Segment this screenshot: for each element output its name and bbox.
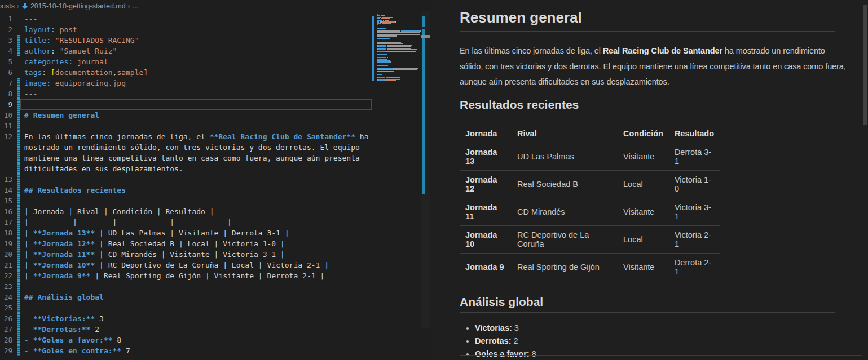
line-number[interactable]: 5: [0, 56, 12, 67]
code-line[interactable]: ---: [24, 88, 37, 99]
code-line[interactable]: mantiene una línea competitiva tanto en …: [24, 153, 360, 163]
text: ha mostrado un rendimiento: [722, 46, 825, 55]
minimap-token: [378, 48, 386, 49]
gutter-modified-indicator: [17, 121, 20, 131]
code-token: |: [24, 261, 33, 269]
table-row: Jornada 12Real Sociedad BLocalVictoria 1…: [460, 170, 720, 198]
code-token: :: [51, 47, 60, 55]
minimap-line: [377, 42, 402, 43]
line-number[interactable]: 15: [0, 195, 12, 206]
scrollbar-thumb[interactable]: [421, 35, 430, 38]
code-token: title: [24, 36, 46, 45]
code-line[interactable]: mostrado un rendimiento sólido, con tres…: [24, 142, 360, 153]
breadcrumb-item-filename[interactable]: 2015-10-10-getting-started.md: [30, 2, 126, 10]
code-token: -: [24, 325, 33, 334]
minimap[interactable]: [372, 14, 421, 98]
line-number[interactable]: 9: [0, 99, 12, 110]
line-number[interactable]: 4: [0, 46, 12, 56]
line-number[interactable]: 28: [0, 335, 12, 345]
breadcrumb: posts › 2015-10-10-getting-started.md › …: [0, 0, 431, 12]
minimap-line: [377, 43, 404, 44]
table-cell: Jornada 11: [460, 198, 512, 225]
code-token: **Goles en contra:**: [33, 346, 122, 355]
minimap-token: [387, 57, 388, 58]
line-number[interactable]: 26: [0, 313, 12, 324]
code-line[interactable]: | **Jornada 10** | RC Deportivo de La Co…: [24, 260, 329, 270]
line-number[interactable]: 22: [0, 270, 12, 281]
line-number[interactable]: 29: [0, 345, 12, 356]
code-line[interactable]: | **Jornada 13** | UD Las Palmas | Visit…: [24, 228, 289, 238]
code-line[interactable]: ---: [24, 14, 37, 24]
code-line[interactable]: author: "Samuel Ruiz": [24, 46, 117, 56]
gutter-modified-indicator: [17, 110, 20, 121]
line-number[interactable]: 7: [0, 78, 12, 88]
code-line[interactable]: En las últimas cinco jornadas de liga, e…: [24, 131, 369, 142]
line-number[interactable]: 24: [0, 292, 12, 303]
code-line[interactable]: title: "RESULTADOS RACING": [24, 35, 139, 46]
code-line[interactable]: | **Jornada 12** | Real Sociedad B | Loc…: [24, 238, 285, 249]
code-token: **Victorias:**: [33, 314, 95, 323]
code-line[interactable]: | Jornada | Rival | Condición | Resultad…: [24, 206, 214, 217]
minimap-token: [377, 49, 378, 50]
gutter-modified-indicator: [17, 260, 20, 270]
preview-scrollbar-thumb[interactable]: [863, 5, 867, 125]
table-cell: Real Sporting de Gijón: [512, 253, 618, 281]
code-line[interactable]: # Resumen general: [24, 110, 99, 121]
minimap-token: [390, 61, 391, 63]
code-line[interactable]: categories: journal: [24, 56, 108, 67]
code-line[interactable]: - **Victorias:** 3: [24, 313, 104, 324]
minimap-token: [377, 34, 420, 35]
code-line[interactable]: - **Goles en contra:** 7: [24, 345, 130, 356]
line-number[interactable]: 18: [0, 228, 12, 238]
code-line[interactable]: |----------|--------|------------|------…: [24, 217, 232, 228]
minimap-token: [378, 77, 385, 78]
minimap-line: [377, 14, 379, 15]
table-cell: Victoria 3-1: [669, 198, 720, 225]
code-line[interactable]: tags: [documentation,sample]: [24, 67, 148, 78]
code-line[interactable]: | **Jornada 9** | Real Sporting de Gijón…: [24, 270, 324, 281]
line-number[interactable]: 12: [0, 131, 12, 142]
minimap-token: [393, 68, 418, 69]
code-line[interactable]: layout: post: [24, 24, 77, 35]
code-line[interactable]: image: equiporacing.jpg: [24, 78, 126, 88]
line-number[interactable]: 1: [0, 14, 12, 24]
line-number[interactable]: 10: [0, 110, 12, 121]
code-token: 7: [121, 346, 130, 355]
line-number[interactable]: 11: [0, 121, 12, 131]
code-token: -: [24, 336, 33, 344]
table-header-cell: Resultado: [669, 125, 720, 143]
line-number[interactable]: 16: [0, 206, 12, 217]
line-number[interactable]: 25: [0, 303, 12, 313]
minimap-token: [377, 69, 417, 70]
line-number[interactable]: 14: [0, 185, 12, 195]
line-number[interactable]: 19: [0, 238, 12, 249]
minimap-line: [377, 77, 401, 78]
line-number[interactable]: 2: [0, 24, 12, 35]
code-line[interactable]: - **Goles a favor:** 8: [24, 335, 121, 345]
line-number[interactable]: 13: [0, 174, 12, 185]
line-number[interactable]: 21: [0, 260, 12, 270]
code-line[interactable]: - **Derrotas:** 2: [24, 324, 99, 335]
code-line[interactable]: dificultades en sus desplazamientos.: [24, 163, 183, 174]
line-number[interactable]: 17: [0, 217, 12, 228]
minimap-token: [377, 35, 397, 37]
stat-label: Derrotas:: [475, 336, 511, 345]
code-token: 8: [113, 336, 122, 344]
breadcrumb-item-folder[interactable]: posts: [0, 2, 15, 10]
line-number[interactable]: 8: [0, 88, 12, 99]
table-cell: Derrota 3-1: [669, 143, 720, 170]
line-number[interactable]: 20: [0, 249, 12, 260]
gutter-modified-indicator: [17, 163, 20, 174]
minimap-token: [378, 79, 386, 80]
code-line[interactable]: | **Jornada 11** | CD Mirandés | Visitan…: [24, 249, 285, 260]
gutter-modified-indicator: [17, 238, 20, 249]
code-line[interactable]: ## Análisis global: [24, 292, 104, 303]
breadcrumb-ellipsis[interactable]: ...: [133, 2, 138, 10]
code-token: | RC Deportivo de La Coruña | Local | Vi…: [95, 261, 329, 269]
line-number[interactable]: 6: [0, 67, 12, 78]
line-number[interactable]: 3: [0, 35, 12, 46]
line-number[interactable]: 27: [0, 324, 12, 335]
code-line[interactable]: ## Resultados recientes: [24, 185, 126, 195]
gutter-modified-indicator: [17, 335, 20, 345]
line-number[interactable]: 23: [0, 281, 12, 292]
